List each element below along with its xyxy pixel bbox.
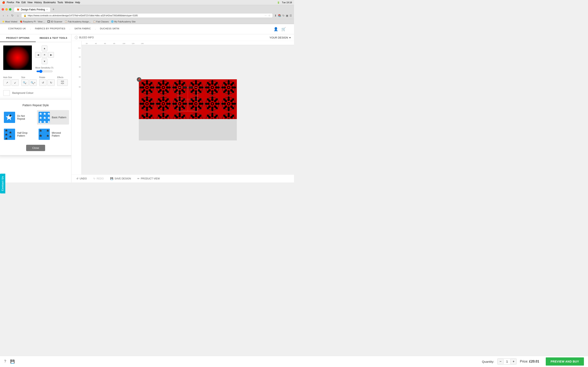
forward-button[interactable]: › (6, 13, 9, 17)
cart-icon[interactable]: 🛒 (281, 27, 286, 31)
sensitivity-slider[interactable] (36, 70, 53, 73)
size-down-button[interactable]: 🔍- (21, 79, 29, 86)
ruler-mark-40: 40 (95, 43, 104, 44)
your-design-toggle[interactable]: YOUR DESIGN ▾ (269, 36, 291, 39)
view-menu[interactable]: View (27, 1, 33, 4)
half-drop-icon (4, 129, 15, 140)
window-menu[interactable]: Window (65, 1, 73, 4)
left-panel: PRODUCT OPTIONS IMAGES & TEXT TOOLS ▲ ◀ (0, 34, 71, 183)
auto-size-fit-button[interactable]: ↗ (3, 79, 11, 86)
fab-icon: 📋 (65, 20, 67, 23)
tools-menu[interactable]: Tools (57, 1, 63, 4)
file-menu[interactable]: File (16, 1, 20, 4)
nav-satin[interactable]: SATIN FABRIC (75, 27, 91, 31)
bookmark-fab-classes[interactable]: 📋 Fab Classes (93, 20, 109, 23)
move-left-button[interactable]: ◀ (35, 52, 41, 58)
move-up-row: ▲ (42, 45, 47, 51)
active-tab[interactable]: 🦊 Design Fabric Printing ✕ (14, 7, 51, 12)
sync-icon[interactable]: ↻ (282, 14, 285, 17)
bookmark-label: Most Visited (5, 20, 17, 23)
pattern-close-button[interactable]: Close (26, 145, 45, 151)
undo-button[interactable]: ↺ UNDO (75, 176, 88, 181)
download-icon[interactable]: ⬇ (274, 14, 277, 17)
your-design-label: YOUR DESIGN (269, 36, 288, 39)
back-button[interactable]: ‹ (2, 13, 5, 17)
pattern-do-not-repeat[interactable]: Do Not Repeat (2, 110, 35, 125)
edit-menu[interactable]: Edit (21, 1, 26, 4)
sidebar-icon[interactable]: ▣ (286, 14, 288, 17)
firefox-label[interactable]: Firefox (7, 1, 14, 4)
move-sensitivity-label: Move Sensitivity (?): (35, 67, 54, 69)
product-view-button[interactable]: ✏ PRODUCT VIEW (136, 176, 161, 181)
contact-us-sidebar[interactable]: Contact Us (0, 174, 5, 184)
my-site-icon: 🌐 (111, 20, 113, 23)
tab-product-options[interactable]: PRODUCT OPTIONS (0, 34, 36, 42)
move-center-button[interactable]: ✕ (42, 52, 47, 58)
rotate-cw-button[interactable]: ↻ (47, 79, 55, 86)
share-icon[interactable]: ··· (265, 14, 267, 17)
history-menu[interactable]: History (34, 1, 42, 4)
ruler-left-60: 60 (79, 76, 81, 78)
background-section: Background Colour: (3, 88, 68, 98)
rotate-buttons: ↺ ↻ (39, 79, 55, 86)
nav-dot-3: · (95, 27, 96, 31)
save-design-button[interactable]: 💾 SAVE DESIGN (109, 176, 132, 181)
pattern-mirrored[interactable]: Mirrored Pattern (37, 127, 69, 142)
redo-button[interactable]: ↻ REDO (92, 176, 105, 181)
bookmark-fab-academy[interactable]: 📋 Fab Academy Assign... (65, 20, 91, 23)
tab-close-button[interactable]: ✕ (46, 8, 48, 11)
move-up-button[interactable]: ▲ (42, 45, 47, 51)
bookmark-raspberry[interactable]: 🍓 Raspberry Pi · View ... (20, 20, 45, 23)
rotate-ccw-button[interactable]: ↺ (39, 79, 47, 86)
ruler-top: 20 40 60 80 100 120 140 (82, 41, 294, 45)
background-colour-swatch[interactable] (3, 90, 10, 96)
save-label: SAVE DESIGN (114, 177, 131, 180)
size-group: Size 🔍- 🔍+ (21, 76, 37, 86)
user-icon[interactable]: 👤 (274, 27, 278, 31)
auto-size-group: Auto Size ↗ ↙ (3, 76, 19, 86)
undo-label: UNDO (80, 177, 87, 180)
library-icon[interactable]: 📚 (278, 14, 281, 17)
auto-size-fill-button[interactable]: ↙ (11, 79, 19, 86)
do-not-repeat-icon (4, 112, 15, 123)
bookmark-label: 3D Scanner (51, 20, 62, 23)
close-window-button[interactable] (2, 8, 4, 11)
fullscreen-window-button[interactable] (9, 8, 11, 11)
mac-menu: 🍎 Firefox File Edit View History Bookmar… (2, 1, 80, 4)
bleed-info-toggle[interactable]: i BLEED INFO (75, 36, 94, 39)
auto-size-buttons: ↗ ↙ (3, 79, 19, 86)
url-box[interactable]: 🔒 https://www.contrado.co.uk/estore/desi… (21, 13, 273, 18)
ruler-mark-20: 20 (86, 43, 95, 44)
nav-fabrics[interactable]: FABRICS BY PROPERTIES (35, 27, 65, 31)
pattern-half-drop[interactable]: Half Drop Pattern (2, 127, 35, 142)
bookmark-most-visited[interactable]: ⭐ Most Visited (2, 20, 17, 23)
move-down-button[interactable]: ▼ (42, 58, 47, 64)
effects-button[interactable]: R|R R|R (57, 79, 68, 86)
bookmarks-menu[interactable]: Bookmarks (43, 1, 56, 4)
nav-duchess[interactable]: DUCHESS SATIN (100, 27, 119, 31)
pin-icon[interactable]: 📌 (137, 77, 141, 82)
bleed-info-label: BLEED INFO (79, 36, 94, 39)
ruler-left-40: 40 (79, 66, 81, 68)
refresh-button[interactable]: ↻ (10, 13, 15, 17)
move-right-button[interactable]: ▶ (48, 52, 54, 58)
pattern-basic[interactable]: Basic Pattern (37, 110, 69, 125)
ruler-mark-60: 60 (104, 43, 113, 44)
home-button[interactable]: ⌂ (16, 13, 19, 17)
menu-icon[interactable]: ☰ (290, 14, 292, 17)
bookmark-my-fabacademy[interactable]: 🌐 My FabAcademy Site (111, 20, 136, 23)
bookmark-3d[interactable]: 🔲 3D Scanner (47, 20, 62, 23)
tab-images-text[interactable]: IMAGES & TEXT TOOLS (36, 34, 71, 42)
minimize-window-button[interactable] (5, 8, 8, 11)
do-not-repeat-label: Do Not Repeat (17, 115, 33, 120)
bookmark-icon[interactable]: ☆ (268, 14, 270, 17)
ruler-left-20: 20 (79, 56, 81, 58)
battery-icon: 🔋 (277, 1, 280, 4)
help-menu[interactable]: Help (75, 1, 80, 4)
nav-contrado[interactable]: CONTRADO UK (8, 27, 26, 31)
size-up-button[interactable]: 🔍+ (29, 79, 37, 86)
address-bar: ‹ › ↻ ⌂ 🔒 https://www.contrado.co.uk/est… (0, 12, 294, 19)
new-tab-button[interactable]: + (51, 8, 56, 11)
fabric-pattern-area (139, 79, 237, 119)
tool-section: Auto Size ↗ ↙ Size 🔍- 🔍+ (3, 76, 68, 86)
